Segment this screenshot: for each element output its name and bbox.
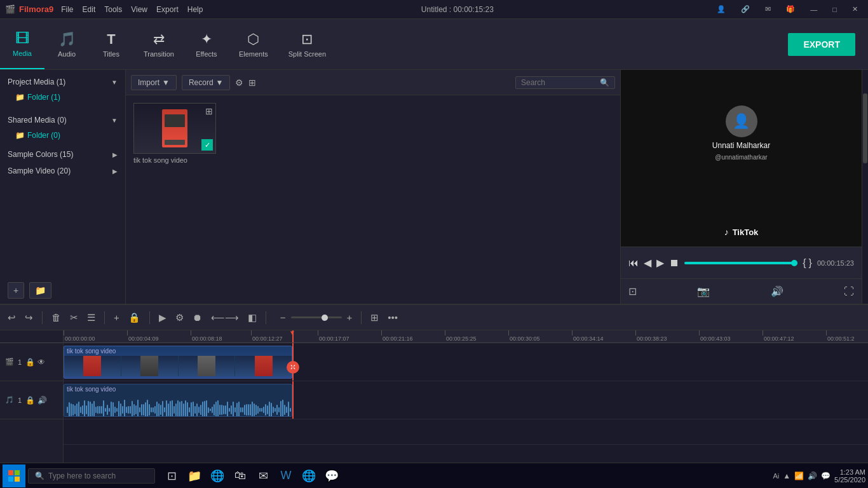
menu-view[interactable]: View <box>131 5 147 14</box>
menu-edit[interactable]: Edit <box>83 5 96 14</box>
svg-rect-3 <box>15 477 20 482</box>
video-track-icon: 🎬 <box>5 358 14 366</box>
taskbar-store[interactable]: 🛍 <box>229 464 252 487</box>
timeline-view-button[interactable]: ⊞ <box>368 309 381 326</box>
zoom-in-button[interactable]: + <box>344 309 355 325</box>
cut-clip-button[interactable]: ✂ <box>67 309 81 326</box>
redo-button[interactable]: ↪ <box>22 309 36 326</box>
waveform-bar <box>248 404 249 415</box>
sidebar-item-project-media[interactable]: Project Media (1) ▼ <box>0 74 125 90</box>
taskbar-app[interactable]: 💬 <box>320 464 343 487</box>
snap-button[interactable]: ⟵⟶ <box>208 309 241 326</box>
sidebar-folder-2[interactable]: 📁 Folder (0) <box>0 128 125 142</box>
stop-button[interactable]: ⏹ <box>669 257 679 269</box>
toolbar-titles[interactable]: T Titles <box>89 19 133 69</box>
shared-media-collapse-icon: ▼ <box>111 117 118 124</box>
toolbar-elements[interactable]: ⬡ Elements <box>229 19 278 69</box>
gift-btn[interactable]: 🎁 <box>781 4 800 15</box>
record-timeline-button[interactable]: ⏺ <box>190 309 205 325</box>
link-btn[interactable]: 🔗 <box>736 4 755 15</box>
taskbar-file-explorer[interactable]: 📁 <box>183 464 206 487</box>
taskbar-clock[interactable]: 1:23 AM 5/25/2020 <box>834 468 865 484</box>
zoom-out-button[interactable]: − <box>278 309 288 325</box>
sidebar-item-shared-media[interactable]: Shared Media (0) ▼ <box>0 112 125 128</box>
preview-progress-bar[interactable] <box>684 262 797 264</box>
import-folder-button[interactable]: 📁 <box>29 282 51 299</box>
taskbar-search-box[interactable]: 🔍 <box>28 468 155 484</box>
waveform-bar <box>234 407 236 412</box>
record-button[interactable]: Record ▼ <box>182 75 231 90</box>
network-icon[interactable]: 📶 <box>794 471 804 480</box>
taskbar-task-view[interactable]: ⊡ <box>160 464 183 487</box>
taskbar-edge[interactable]: 🌐 <box>206 464 229 487</box>
minimize-btn[interactable]: — <box>805 4 822 15</box>
play-button[interactable]: ▶ <box>656 257 664 269</box>
mail-btn[interactable]: ✉ <box>760 4 776 15</box>
audio-track-lock[interactable]: 🔒 <box>25 396 35 405</box>
right-scrollbar[interactable] <box>862 70 868 304</box>
toolbar-media[interactable]: 🎞 Media <box>0 19 44 69</box>
toolbar-audio[interactable]: 🎵 Audio <box>44 19 89 69</box>
video-track-lock[interactable]: 🔒 <box>25 358 35 367</box>
volume-tray-icon[interactable]: 🔊 <box>808 471 817 480</box>
tiktok-logo-area: ♪ TikTok <box>724 227 759 237</box>
notification-icon[interactable]: 💬 <box>821 471 831 480</box>
waveform-bar <box>153 407 154 413</box>
taskbar-chrome[interactable]: 🌐 <box>297 464 320 487</box>
search-input[interactable] <box>521 78 597 87</box>
media-item-tiktok[interactable]: ⊞ ✓ tik tok song video <box>133 103 216 164</box>
prev-frame-button[interactable]: ◀ <box>644 257 651 269</box>
maximize-btn[interactable]: □ <box>827 4 842 15</box>
tray-up-icon[interactable]: ▲ <box>783 471 790 480</box>
ai-label[interactable]: Ai <box>773 472 779 480</box>
filter-icon[interactable]: ⚙ <box>235 78 243 88</box>
cut-marker[interactable]: ✕ <box>287 361 299 374</box>
add-track-button[interactable]: + <box>111 309 122 325</box>
rewind-button[interactable]: ⏮ <box>628 257 639 269</box>
lock-track-button[interactable]: 🔒 <box>126 309 143 326</box>
zoom-slider[interactable] <box>291 316 342 318</box>
toolbar-separator-1 <box>42 311 43 324</box>
properties-button[interactable]: ☰ <box>85 309 98 326</box>
grid-layout-icon[interactable]: ⊞ <box>248 78 256 88</box>
sidebar-item-sample-colors[interactable]: Sample Colors (15) ▶ <box>0 146 125 163</box>
timeline-more-button[interactable]: ••• <box>385 309 400 325</box>
export-button[interactable]: EXPORT <box>788 33 855 56</box>
video-track-eye[interactable]: 👁 <box>37 358 45 367</box>
start-button[interactable] <box>3 464 25 487</box>
account-btn[interactable]: 👤 <box>712 4 731 15</box>
waveform-bar <box>124 400 125 417</box>
video-clip[interactable]: tik tok song video <box>64 346 292 379</box>
audio-clip[interactable]: tik tok song video <box>64 384 292 417</box>
volume-button[interactable]: 🔊 <box>771 285 783 297</box>
menu-tools[interactable]: Tools <box>104 5 122 14</box>
menu-file[interactable]: File <box>61 5 73 14</box>
import-button[interactable]: Import ▼ <box>131 75 177 90</box>
toolbar-transition[interactable]: ⇄ Transition <box>133 19 184 69</box>
undo-button[interactable]: ↩ <box>5 309 18 326</box>
waveform-bar <box>132 401 133 417</box>
add-media-button[interactable]: + <box>8 282 24 299</box>
video-clip-label: tik tok song video <box>64 346 292 356</box>
timeline-settings-button[interactable]: ⚙ <box>173 309 186 326</box>
tiktok-logo-text: TikTok <box>733 227 759 237</box>
toolbar-effects[interactable]: ✦ Effects <box>184 19 229 69</box>
fullscreen-button[interactable]: ⊡ <box>628 285 637 297</box>
audio-track-mute[interactable]: 🔊 <box>37 396 47 405</box>
waveform-bar <box>164 407 165 412</box>
sidebar-folder-1[interactable]: 📁 Folder (1) <box>0 90 125 104</box>
overlay-button[interactable]: ◧ <box>245 309 259 326</box>
taskbar-search-input[interactable] <box>48 471 148 480</box>
taskbar-word[interactable]: W <box>275 464 297 487</box>
menu-export[interactable]: Export <box>156 5 179 14</box>
menu-help[interactable]: Help <box>187 5 203 14</box>
close-btn[interactable]: ✕ <box>847 4 863 15</box>
waveform-bar <box>114 407 116 413</box>
sidebar-item-sample-video[interactable]: Sample Video (20) ▶ <box>0 163 125 179</box>
expand-button[interactable]: ⛶ <box>844 286 854 297</box>
snapshot-button[interactable]: 📷 <box>697 285 710 297</box>
taskbar-mail[interactable]: ✉ <box>252 464 275 487</box>
toolbar-split-screen[interactable]: ⊡ Split Screen <box>278 19 336 69</box>
delete-clip-button[interactable]: 🗑 <box>49 309 64 325</box>
play-head-button[interactable]: ▶ <box>156 309 169 326</box>
